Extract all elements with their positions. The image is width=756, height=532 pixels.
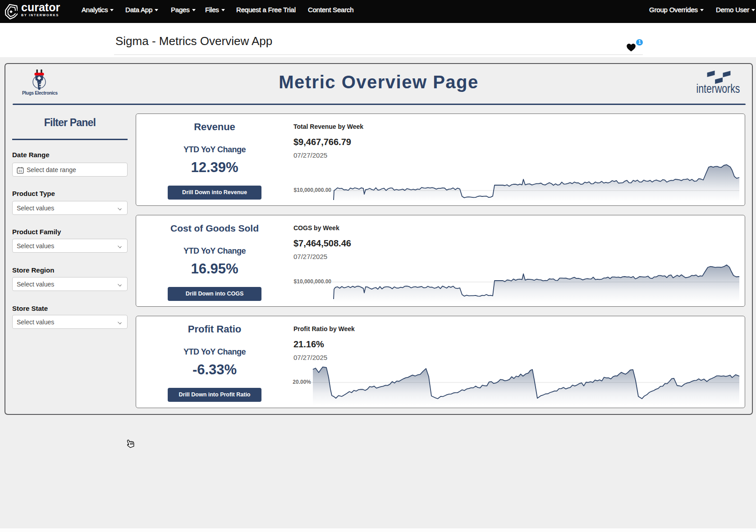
svg-text:31: 31	[18, 169, 22, 173]
svg-text:interworks: interworks	[696, 82, 740, 95]
